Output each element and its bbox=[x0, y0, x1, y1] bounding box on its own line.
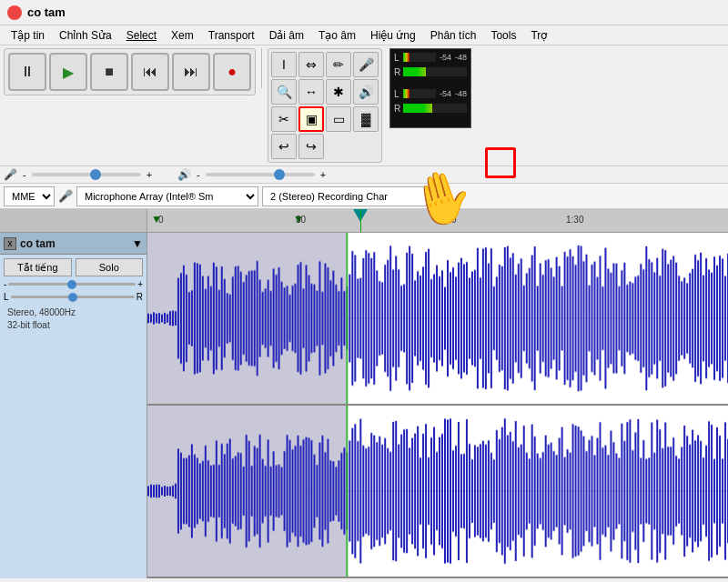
vu-input-L-label: L bbox=[394, 89, 401, 99]
menu-file[interactable]: Tập tin bbox=[4, 27, 52, 44]
track-controls: Tắt tiếng Solo - + L R Stereo, 48000Hz 3… bbox=[0, 255, 147, 337]
menu-view[interactable]: Xem bbox=[164, 27, 201, 44]
menu-generate[interactable]: Tạo âm bbox=[311, 27, 363, 44]
timeline-mark-100: 1:00 bbox=[439, 215, 456, 225]
select-tool-button[interactable]: I bbox=[271, 52, 297, 77]
track-bit-depth: 32-bit float bbox=[7, 319, 139, 332]
timeline-mark-30: 30 bbox=[296, 215, 306, 225]
vu-output-R-fill bbox=[403, 67, 426, 76]
menu-tracks[interactable]: Dải âm bbox=[262, 27, 311, 44]
spectrum-tool-button[interactable]: ▓ bbox=[353, 106, 379, 132]
play-button[interactable]: ▶ bbox=[49, 53, 87, 91]
pan-row: L R bbox=[4, 292, 143, 302]
stop-button[interactable]: ■ bbox=[90, 53, 128, 91]
channels-select[interactable]: 2 (Stereo) Recording Char bbox=[262, 186, 444, 206]
main-content: x co tam ▼ Tắt tiếng Solo - + L R Stereo… bbox=[0, 233, 728, 578]
mute-solo-row: Tắt tiếng Solo bbox=[4, 258, 143, 276]
vu-output-L-fill bbox=[403, 53, 410, 62]
waveform-canvas-1 bbox=[147, 233, 728, 404]
speaker-icon: 🔊 bbox=[177, 168, 191, 181]
app-title: co tam bbox=[27, 5, 66, 19]
vu-output-L-bar bbox=[403, 53, 436, 62]
vu-meters: L -54 -48 R L -54 -48 R bbox=[389, 48, 471, 128]
gain-plus: + bbox=[147, 169, 152, 180]
edit-tools: I ⇔ ✏ 🎤 🔍 ↔ ✱ 🔊 ✂ ▣ ▭ ▓ ↩ ↪ bbox=[268, 48, 382, 163]
pause-button[interactable]: ⏸ bbox=[8, 53, 46, 91]
speaker-tool-button[interactable]: 🔊 bbox=[353, 79, 379, 105]
title-bar: co tam bbox=[0, 0, 728, 25]
waveform-track-1: 1,0 0,5 0,0 -0,5 -1,0 bbox=[147, 233, 728, 406]
device-row: MME 🎤 Microphone Array (Intel® Sm 2 (Ste… bbox=[0, 184, 728, 209]
undo-redo-row: ↩ ↪ bbox=[271, 134, 379, 159]
track-info: Stereo, 48000Hz 32-bit float bbox=[4, 305, 143, 334]
input-device-select[interactable]: Microphone Array (Intel® Sm bbox=[76, 186, 258, 206]
record-button[interactable]: ● bbox=[213, 53, 251, 91]
vu-L-label: L bbox=[394, 53, 401, 63]
menu-edit[interactable]: Chỉnh Sửa bbox=[52, 27, 119, 44]
vu-output-R-bar bbox=[403, 67, 467, 76]
vu-R-label: R bbox=[394, 67, 401, 77]
skip-back-button[interactable]: ⏮ bbox=[131, 53, 169, 91]
menu-effects[interactable]: Hiệu ứng bbox=[363, 27, 423, 44]
vu-input-L-bar bbox=[403, 89, 436, 98]
silence-tool-button[interactable]: ▭ bbox=[326, 106, 351, 132]
vu-db-4: -48 bbox=[455, 89, 467, 98]
track-name: co tam bbox=[16, 237, 132, 250]
track-header-top: x co tam ▼ bbox=[0, 233, 147, 255]
timeline-ruler: ▼ 0 ▼ 30 1:00 1:30 bbox=[147, 209, 728, 232]
vu-input-R-fill bbox=[403, 104, 432, 113]
redo-button[interactable]: ↪ bbox=[298, 134, 324, 159]
spk-minus: - bbox=[197, 169, 200, 180]
vu-db-1: -54 bbox=[440, 53, 451, 62]
timeline[interactable]: ▼ 0 ▼ 30 1:00 1:30 bbox=[0, 209, 728, 233]
track-dropdown-arrow[interactable]: ▼ bbox=[132, 237, 143, 250]
envelope-tool-button[interactable]: ✱ bbox=[326, 79, 351, 105]
cut-tool-button[interactable]: ✂ bbox=[271, 106, 297, 132]
pan-L-label: L bbox=[4, 292, 9, 302]
toolbar-area: ⏸ ▶ ■ ⏮ ⏭ ● I ⇔ ✏ 🎤 🔍 ↔ ✱ 🔊 ✂ ▣ ▭ ▓ ↩ ↪ bbox=[0, 45, 728, 166]
menu-bar: Tập tin Chỉnh Sửa Select Xem Transport D… bbox=[0, 25, 728, 45]
menu-transport[interactable]: Transport bbox=[201, 27, 262, 44]
menu-tools[interactable]: Tools bbox=[483, 27, 523, 44]
multi-tool-button[interactable]: ⇔ bbox=[298, 52, 324, 77]
tools-row-3: ✂ ▣ ▭ ▓ bbox=[271, 106, 379, 132]
gain-plus-label: + bbox=[137, 279, 143, 289]
vu-input-L-fill bbox=[403, 89, 410, 98]
levels-row: 🎤 - + 🔊 - + bbox=[0, 166, 728, 184]
undo-button[interactable]: ↩ bbox=[271, 134, 297, 159]
timeline-mark-0: 0 bbox=[158, 215, 164, 225]
gain-minus: - bbox=[23, 169, 26, 180]
transport-controls: ⏸ ▶ ■ ⏮ ⏭ ● bbox=[4, 48, 256, 95]
trim-tool-button[interactable]: ▣ bbox=[298, 106, 324, 132]
mute-button[interactable]: Tắt tiếng bbox=[4, 258, 72, 276]
vu-input-R-label: R bbox=[394, 104, 401, 114]
tools-row-1: I ⇔ ✏ 🎤 bbox=[271, 52, 379, 77]
vu-input-R-row: R bbox=[394, 102, 467, 115]
input-gain-slider[interactable] bbox=[32, 173, 141, 176]
waveform-area: 1,0 0,5 0,0 -0,5 -1,0 1,0 0,5 0,0 -0,5 bbox=[147, 233, 728, 578]
skip-forward-button[interactable]: ⏭ bbox=[172, 53, 210, 91]
gain-row: - + bbox=[4, 279, 143, 289]
vu-output-R-row: R bbox=[394, 65, 467, 78]
menu-select[interactable]: Select bbox=[119, 27, 164, 44]
time-shift-button[interactable]: ↔ bbox=[298, 79, 324, 105]
playhead-triangle bbox=[353, 209, 368, 222]
waveform-canvas-2 bbox=[147, 406, 728, 577]
host-select[interactable]: MME bbox=[4, 186, 55, 206]
track-sample-rate: Stereo, 48000Hz bbox=[7, 306, 139, 319]
solo-button[interactable]: Solo bbox=[76, 258, 144, 276]
mic-icon: 🎤 bbox=[4, 168, 17, 181]
track-pan-slider[interactable] bbox=[11, 296, 135, 298]
draw-tool-button[interactable]: ✏ bbox=[326, 52, 351, 77]
output-gain-slider[interactable] bbox=[206, 173, 315, 176]
track-header: x co tam ▼ Tắt tiếng Solo - + L R Stereo… bbox=[0, 233, 147, 578]
zoom-tool-button[interactable]: 🔍 bbox=[271, 79, 297, 105]
pan-R-label: R bbox=[136, 292, 143, 302]
tools-row-2: 🔍 ↔ ✱ 🔊 bbox=[271, 79, 379, 105]
vu-input-R-bar bbox=[403, 104, 467, 113]
menu-analyze[interactable]: Phân tích bbox=[423, 27, 484, 44]
mic-monitor-button[interactable]: 🎤 bbox=[353, 52, 379, 77]
track-close-button[interactable]: x bbox=[4, 237, 16, 250]
track-gain-slider[interactable] bbox=[8, 283, 136, 286]
menu-help[interactable]: Trợ bbox=[523, 27, 554, 44]
